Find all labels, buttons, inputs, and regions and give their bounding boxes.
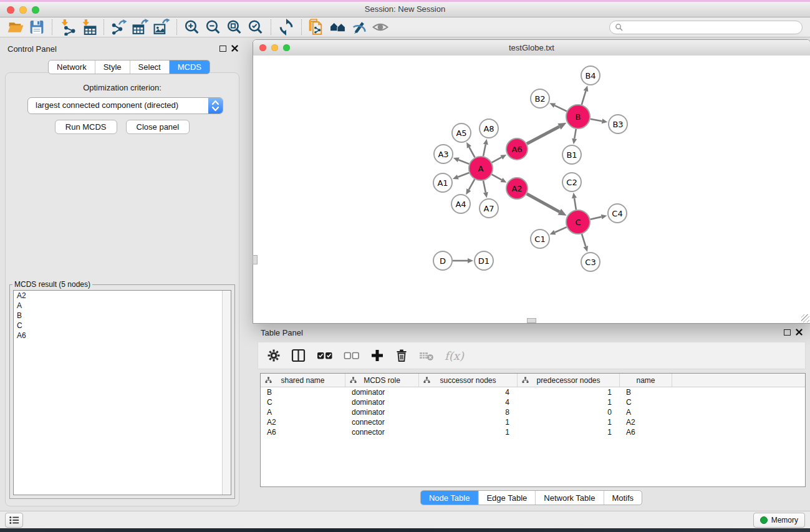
hide-labels-icon[interactable] bbox=[350, 19, 369, 36]
import-table-icon[interactable] bbox=[79, 19, 98, 36]
graph-node-label: A2 bbox=[511, 184, 522, 193]
table-cell: connector bbox=[345, 418, 419, 427]
column-header[interactable]: successor nodes bbox=[419, 374, 518, 387]
graph-edge-arrowhead-icon bbox=[483, 139, 488, 145]
graph-node-label: C2 bbox=[566, 178, 577, 187]
tab-motifs[interactable]: Motifs bbox=[603, 491, 642, 505]
table-tab-bar: Node Table Edge Table Network Table Moti… bbox=[420, 490, 642, 505]
control-panel-title: Control Panel bbox=[7, 44, 57, 54]
run-mcds-button[interactable]: Run MCDS bbox=[55, 120, 117, 134]
memory-button[interactable]: Memory bbox=[753, 513, 805, 528]
save-session-icon[interactable] bbox=[27, 19, 46, 36]
control-panel-tab-bar: Network Style Select MCDS bbox=[48, 60, 210, 74]
table-cell: A bbox=[620, 408, 672, 417]
search-icon bbox=[615, 23, 623, 31]
graph-edge bbox=[458, 160, 469, 164]
table-cell: 8 bbox=[419, 408, 518, 417]
table-settings-gear-icon[interactable] bbox=[267, 349, 281, 362]
deselect-all-icon[interactable] bbox=[344, 349, 360, 362]
mcds-result-item[interactable]: A6 bbox=[14, 331, 231, 341]
toolbar-separator bbox=[301, 19, 302, 35]
status-bar: Memory bbox=[0, 511, 810, 528]
table-cell: dominator bbox=[345, 408, 419, 417]
table-cell: 1 bbox=[518, 388, 620, 397]
close-table-panel-icon[interactable] bbox=[796, 329, 803, 336]
task-history-button[interactable] bbox=[5, 513, 23, 528]
graph-edge-arrowhead-icon bbox=[602, 118, 608, 123]
resize-grip-icon[interactable] bbox=[801, 314, 809, 322]
table-toolbar: f(x) bbox=[258, 342, 806, 369]
node-table: shared nameMCDS rolesuccessor nodesprede… bbox=[260, 373, 806, 487]
open-session-icon[interactable] bbox=[6, 19, 25, 36]
table-panel-title: Table Panel bbox=[261, 328, 303, 337]
table-cell: A2 bbox=[261, 418, 345, 427]
splitter-handle-vertical[interactable] bbox=[253, 255, 258, 264]
application-window: Session: New Session bbox=[0, 0, 810, 532]
graph-edge bbox=[555, 227, 567, 232]
tab-edge-table[interactable]: Edge Table bbox=[478, 491, 535, 505]
mcds-result-item[interactable]: B bbox=[14, 311, 231, 321]
table-row[interactable]: A2connector11A2 bbox=[261, 417, 805, 427]
table-cell: B bbox=[261, 388, 345, 397]
column-header[interactable]: name bbox=[620, 374, 672, 387]
select-all-icon[interactable] bbox=[317, 349, 333, 362]
criterion-dropdown[interactable]: largest connected component (directed) bbox=[27, 97, 223, 114]
zoom-out-icon[interactable] bbox=[204, 19, 223, 36]
search-field[interactable] bbox=[609, 21, 803, 34]
graph-node-label: C1 bbox=[534, 235, 545, 244]
network-view-window[interactable]: testGlobe.txt B4B2BB3A8A5A6A3B1AC2A1A2A4… bbox=[253, 39, 810, 324]
main-toolbar bbox=[0, 17, 810, 37]
table-cell: 1 bbox=[518, 398, 620, 407]
export-network-icon[interactable] bbox=[110, 19, 128, 36]
zoom-fit-icon[interactable] bbox=[225, 19, 244, 36]
refresh-icon[interactable] bbox=[277, 19, 296, 36]
graph-node-label: B bbox=[576, 112, 581, 122]
export-image-icon[interactable] bbox=[152, 19, 171, 36]
graph-node-label: C3 bbox=[585, 258, 595, 267]
column-header-label: successor nodes bbox=[440, 376, 496, 385]
mcds-result-item[interactable]: A2 bbox=[14, 291, 231, 301]
graph-edge-arrowhead-icon bbox=[572, 138, 577, 145]
table-row[interactable]: Adominator80A bbox=[261, 407, 805, 417]
tab-mcds[interactable]: MCDS bbox=[169, 60, 210, 74]
close-panel-button[interactable]: Close panel bbox=[126, 120, 190, 134]
show-hide-graphics-icon[interactable] bbox=[371, 19, 390, 36]
graph-edge bbox=[574, 129, 576, 139]
tab-node-table[interactable]: Node Table bbox=[421, 491, 478, 505]
column-header[interactable]: shared name bbox=[261, 374, 345, 387]
mcds-result-item[interactable]: C bbox=[14, 321, 231, 331]
tab-select[interactable]: Select bbox=[130, 60, 169, 74]
tab-network-table[interactable]: Network Table bbox=[535, 491, 603, 505]
first-neighbors-icon[interactable] bbox=[329, 19, 347, 36]
import-network-icon[interactable] bbox=[58, 19, 77, 36]
search-input[interactable] bbox=[626, 22, 797, 32]
splitter-handle-horizontal[interactable] bbox=[527, 318, 536, 323]
table-row[interactable]: A6connector11A6 bbox=[261, 427, 805, 437]
network-canvas[interactable]: B4B2BB3A8A5A6A3B1AC2A1A2A4A7C4CC1DD1C3 bbox=[253, 56, 810, 323]
zoom-in-icon[interactable] bbox=[183, 19, 201, 36]
delete-column-icon[interactable] bbox=[395, 349, 408, 362]
tab-network[interactable]: Network bbox=[49, 60, 95, 74]
float-table-panel-icon[interactable] bbox=[784, 329, 791, 336]
export-table-icon[interactable] bbox=[131, 19, 150, 36]
zoom-selected-icon[interactable] bbox=[246, 19, 265, 36]
graph-node-label: B1 bbox=[566, 150, 577, 160]
network-window-titlebar[interactable]: testGlobe.txt bbox=[253, 40, 810, 56]
column-header[interactable]: MCDS role bbox=[345, 374, 419, 387]
main-titlebar[interactable]: Session: New Session bbox=[0, 2, 810, 17]
table-row[interactable]: Cdominator41C bbox=[261, 397, 805, 407]
float-panel-icon[interactable] bbox=[219, 46, 226, 52]
column-type-icon bbox=[265, 377, 272, 384]
close-panel-icon[interactable] bbox=[231, 45, 238, 52]
table-cell: C bbox=[261, 398, 345, 407]
mcds-result-list[interactable]: A2ABCA6 bbox=[13, 290, 231, 495]
scrollbar-track[interactable] bbox=[222, 291, 231, 495]
network-from-clipboard-icon[interactable] bbox=[307, 19, 326, 36]
graph-edge bbox=[582, 234, 586, 246]
mcds-result-item[interactable]: A bbox=[14, 301, 231, 311]
show-columns-icon[interactable] bbox=[291, 349, 306, 362]
add-column-icon[interactable] bbox=[370, 349, 384, 362]
tab-style[interactable]: Style bbox=[95, 60, 130, 74]
column-header[interactable]: predecessor nodes bbox=[518, 374, 620, 387]
table-row[interactable]: Bdominator41B bbox=[261, 387, 805, 397]
